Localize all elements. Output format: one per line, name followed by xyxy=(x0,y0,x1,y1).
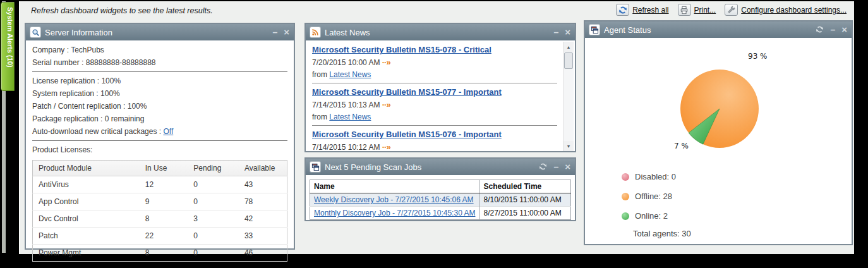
scan-job-link[interactable]: Weekly Discovery Job - 7/27/2015 10:45:0… xyxy=(314,195,474,204)
divider xyxy=(32,71,287,72)
cell: 0 xyxy=(188,176,239,193)
table-header-row: Product Module In Use Pending Available xyxy=(33,161,287,176)
table-row: Patch22033 xyxy=(33,228,287,245)
print-link[interactable]: Print... xyxy=(678,4,716,16)
cell: 8 xyxy=(140,210,188,228)
cell: 0 xyxy=(188,193,239,210)
legend-label: Offline: 28 xyxy=(635,192,672,201)
close-icon[interactable]: × xyxy=(565,28,570,37)
date-text: 7/14/2015 10:13 AM xyxy=(312,100,380,109)
cell: 8/27/2015 11:00:00 AM xyxy=(479,207,571,220)
patch-replication-line: Patch / Content replication : 100% xyxy=(32,100,287,113)
column-header: Scheduled Time xyxy=(479,180,571,193)
table-row: Weekly Discovery Job - 7/27/2015 10:45:0… xyxy=(310,193,571,207)
server-information-title: Server Information xyxy=(45,28,268,37)
close-icon[interactable]: × xyxy=(841,25,847,34)
refresh-widget-icon[interactable] xyxy=(539,162,547,172)
column-header: In Use xyxy=(140,161,188,176)
minimize-icon[interactable]: – xyxy=(830,25,835,34)
news-item-date: 7/20/2015 10:00 AM ··» xyxy=(312,56,557,69)
cascade-windows-icon xyxy=(589,25,600,35)
table-row: Power Mgmt8046 xyxy=(33,245,287,262)
divider xyxy=(312,125,557,126)
server-information-widget: Server Information – × Company : TechPub… xyxy=(25,23,295,250)
cell: Power Mgmt xyxy=(33,245,140,262)
magnifier-icon xyxy=(30,27,40,37)
cell: 3 xyxy=(188,210,239,228)
cell: AntiVirus xyxy=(33,176,140,193)
close-icon[interactable]: × xyxy=(284,28,289,37)
system-replication-line: System replication : 100% xyxy=(32,87,287,100)
agent-status-title: Agent Status xyxy=(604,25,811,35)
autodownload-off-link[interactable]: Off xyxy=(163,127,173,136)
system-alerts-tab-label: System Alerts (10) xyxy=(6,7,14,68)
news-item-link[interactable]: Microsoft Security Bulletin MS15-076 - I… xyxy=(312,128,557,141)
cell: 46 xyxy=(239,245,287,262)
latest-news-body: Microsoft Security Bulletin MS15-078 - C… xyxy=(306,40,575,151)
column-header: Available xyxy=(239,161,287,176)
cell: 78 xyxy=(239,193,287,210)
cell: Patch xyxy=(33,228,140,245)
news-source-link[interactable]: Latest News xyxy=(329,70,371,79)
scrollbar-thumb[interactable] xyxy=(564,52,573,69)
printer-icon xyxy=(678,4,691,16)
latest-news-widget: Latest News – × Microsoft Security Bulle… xyxy=(304,23,576,152)
news-item-link[interactable]: Microsoft Security Bulletin MS15-077 - I… xyxy=(312,86,557,99)
close-icon[interactable]: × xyxy=(565,162,570,171)
legend-item-online: Online: 2 xyxy=(622,211,676,221)
cell: 8 xyxy=(140,245,188,262)
open-news-arrow-icon[interactable]: ··» xyxy=(382,100,390,109)
package-replication-line: Package replication : 0 remaining xyxy=(32,113,287,125)
refresh-all-icon xyxy=(616,4,629,16)
wrench-icon xyxy=(725,4,738,16)
configure-dashboard-label: Configure dashboard settings... xyxy=(741,6,847,15)
table-row: Monthly Discovery Job - 7/27/2015 10:45:… xyxy=(310,207,571,220)
server-information-body: Company : TechPubs Serial number : 88888… xyxy=(26,40,294,262)
disabled-dot-icon xyxy=(622,173,629,181)
pending-scan-jobs-header[interactable]: Next 5 Pending Scan Jobs – × xyxy=(306,159,575,175)
pending-scan-jobs-body: Name Scheduled Time Weekly Discovery Job… xyxy=(306,175,575,220)
scan-job-link[interactable]: Monthly Discovery Job - 7/27/2015 10:45:… xyxy=(314,209,475,217)
open-news-arrow-icon[interactable]: ··» xyxy=(382,142,390,151)
legend-item-disabled: Disabled: 0 xyxy=(622,172,676,181)
table-row: Dvc Control8342 xyxy=(33,210,287,228)
scroll-down-icon[interactable]: ▼ xyxy=(564,141,574,151)
cell: 0 xyxy=(188,245,239,262)
legend-label: Online: 2 xyxy=(635,211,668,221)
latest-news-title: Latest News xyxy=(325,28,549,37)
cell: Weekly Discovery Job - 7/27/2015 10:45:0… xyxy=(310,193,479,207)
column-header: Pending xyxy=(188,161,239,176)
news-item-date: 7/14/2015 10:12 AM ··» xyxy=(312,141,557,151)
server-information-header[interactable]: Server Information – × xyxy=(26,24,294,40)
divider xyxy=(32,140,287,141)
latest-news-header[interactable]: Latest News – × xyxy=(306,24,575,40)
news-scrollbar[interactable]: ▲ ▼ xyxy=(563,42,574,151)
system-alerts-tab[interactable]: System Alerts (10) xyxy=(1,2,15,91)
cell: 8/10/2015 11:00:00 AM xyxy=(479,193,571,207)
news-source-link[interactable]: Latest News xyxy=(329,113,371,121)
cell: Monthly Discovery Job - 7/27/2015 10:45:… xyxy=(310,207,479,220)
product-licenses-heading: Product Licenses: xyxy=(32,143,287,156)
print-label: Print... xyxy=(694,6,716,15)
minimize-icon[interactable]: – xyxy=(272,28,277,37)
from-label: from xyxy=(312,70,327,79)
configure-dashboard-link[interactable]: Configure dashboard settings... xyxy=(725,4,847,16)
news-item-link[interactable]: Microsoft Security Bulletin MS15-078 - C… xyxy=(312,44,557,56)
agent-status-header[interactable]: Agent Status – × xyxy=(585,21,852,38)
agent-status-widget: Agent Status – × xyxy=(584,20,853,245)
serial-number-line: Serial number : 88888888-88888888 xyxy=(32,56,287,69)
date-text: 7/20/2015 10:00 AM xyxy=(312,58,380,67)
cell: 42 xyxy=(239,210,287,228)
scroll-up-icon[interactable]: ▲ xyxy=(564,42,574,52)
refresh-all-link[interactable]: Refresh all xyxy=(616,4,668,16)
news-item-source: from Latest News xyxy=(312,69,557,80)
pending-scan-jobs-widget: Next 5 Pending Scan Jobs – × xyxy=(304,157,576,221)
minimize-icon[interactable]: – xyxy=(553,28,558,37)
open-news-arrow-icon[interactable]: ··» xyxy=(382,58,390,67)
minimize-icon[interactable]: – xyxy=(553,162,558,171)
pie-label-offline: 93 % xyxy=(748,52,768,61)
cascade-windows-icon xyxy=(310,162,320,172)
rss-icon xyxy=(310,27,320,37)
cell: App Control xyxy=(33,193,140,210)
refresh-widget-icon[interactable] xyxy=(816,25,824,35)
